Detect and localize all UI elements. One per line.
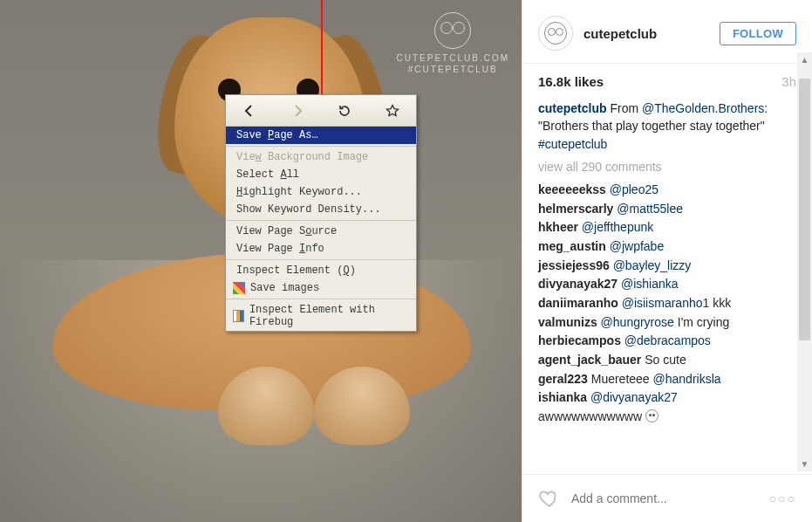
emoji-flushed-icon (645, 409, 658, 422)
firebug-icon (233, 310, 244, 322)
context-menu-toolbar (226, 95, 416, 127)
context-menu: Save Page As…View Background ImageSelect… (225, 94, 417, 332)
watermark-line1: CUTEPETCLUB.COM (397, 52, 509, 64)
comment: daniimaranho @isiismaranho1 kkk (538, 294, 796, 313)
comment-mention[interactable]: @jeffthepunk (582, 220, 653, 234)
menu-item-show-keyword-density-[interactable]: Show Keyword Density... (226, 201, 416, 218)
comment: geral223 Muereteee @handriksla (538, 370, 796, 389)
save-images-icon (233, 282, 245, 294)
menu-item-view-page-source[interactable]: View Page Source (226, 223, 416, 240)
menu-item-view-page-info[interactable]: View Page Info (226, 240, 416, 258)
post-caption: cutepetclub From @TheGolden.Brothers: "B… (522, 100, 812, 158)
menu-item-save-images[interactable]: Save images (226, 279, 416, 297)
star-icon[interactable] (383, 101, 402, 120)
watermark-logo-icon (434, 12, 471, 49)
comment-username[interactable]: jessiejess96 (538, 258, 610, 272)
post-sidebar: cutepetclub FOLLOW 16.8k likes 3h cutepe… (522, 0, 812, 522)
comment-username[interactable]: hkheer (538, 220, 578, 234)
post-footer: ○○○ (522, 474, 812, 522)
menu-item-label: Inspect Element with Firebug (249, 304, 409, 328)
sidebar-scrollbar[interactable]: ▲ ▼ (797, 52, 812, 471)
post-username[interactable]: cutepetclub (583, 26, 657, 41)
comment: agent_jack_bauer So cute (538, 351, 796, 370)
menu-item-select-all[interactable]: Select All (226, 166, 416, 183)
comment-username[interactable]: valmunizs (538, 315, 597, 329)
comment-mention[interactable]: @handriksla (653, 372, 721, 386)
comments-list: keeeeeekss @pleo25helmerscarly @matt55le… (522, 181, 812, 474)
comment: herbiecampos @debracampos (538, 332, 796, 351)
follow-button[interactable]: FOLLOW (720, 22, 796, 45)
comment: helmerscarly @matt55lee (538, 200, 796, 219)
menu-item-inspect-element-q-[interactable]: Inspect Element (Q) (226, 262, 416, 279)
avatar[interactable] (538, 16, 573, 51)
comment-username[interactable]: geral223 (538, 372, 588, 386)
scroll-thumb[interactable] (799, 79, 810, 340)
comment-mention[interactable]: @isiismaranho1 (622, 296, 710, 310)
scroll-down-icon[interactable]: ▼ (797, 457, 812, 471)
scroll-up-icon[interactable]: ▲ (797, 52, 812, 67)
comment-mention[interactable]: @pleo25 (610, 182, 658, 196)
forward-icon[interactable] (288, 101, 307, 120)
comment-username[interactable]: meg_austin (538, 239, 606, 253)
comment: hkheer @jeffthepunk (538, 218, 796, 237)
like-heart-icon[interactable] (538, 487, 561, 510)
comment-mention[interactable]: @bayley_lizzy (613, 258, 692, 272)
comment-mention[interactable]: @jwpfabe (610, 239, 664, 253)
post-age: 3h (781, 74, 796, 89)
comment-username[interactable]: agent_jack_bauer (538, 353, 641, 367)
post-meta: 16.8k likes 3h (522, 64, 812, 100)
comment-mention[interactable]: @hungryrose (601, 315, 674, 329)
caption-username[interactable]: cutepetclub (538, 101, 607, 115)
menu-item-highlight-keyword-[interactable]: Highlight Keyword... (226, 183, 416, 201)
app-container: CUTEPETCLUB.COM #CUTEPETCLUB Save Pa (0, 0, 812, 522)
photo-watermark: CUTEPETCLUB.COM #CUTEPETCLUB (397, 12, 509, 75)
comment: awwwwwwwwwww (538, 408, 796, 427)
post-header: cutepetclub FOLLOW (522, 0, 812, 63)
add-comment-input[interactable] (571, 491, 759, 505)
caption-mention[interactable]: @TheGolden.Brothers (642, 101, 764, 115)
menu-item-inspect-element-with-firebug[interactable]: Inspect Element with Firebug (226, 301, 416, 331)
back-icon[interactable] (240, 101, 259, 120)
likes-count[interactable]: 16.8k likes (538, 74, 604, 89)
reload-icon[interactable] (335, 101, 354, 120)
comment: ishianka @divyanayak27 (538, 388, 796, 408)
comment-username[interactable]: divyanayak27 (538, 277, 618, 291)
comment: keeeeeekss @pleo25 (538, 181, 796, 200)
menu-item-label: Save images (250, 282, 319, 294)
more-options-icon[interactable]: ○○○ (769, 491, 796, 505)
menu-item-save-page-as-[interactable]: Save Page As… (226, 127, 416, 144)
comment-username[interactable]: keeeeeekss (538, 182, 606, 196)
view-all-comments[interactable]: view all 290 comments (522, 158, 812, 181)
comment-username[interactable]: helmerscarly (538, 202, 613, 216)
watermark-line2: #CUTEPETCLUB (397, 64, 509, 75)
menu-item-view-background-image: View Background Image (226, 148, 416, 166)
caption-hashtag[interactable]: #cutepetclub (538, 137, 607, 151)
comment: divyanayak27 @ishianka (538, 275, 796, 294)
comment-username[interactable]: ishianka (538, 390, 587, 404)
comment-mention[interactable]: @ishianka (621, 277, 679, 291)
comment-mention[interactable]: @matt55lee (617, 202, 683, 216)
comment-mention[interactable]: @debracampos (624, 333, 711, 347)
comment-username[interactable]: daniimaranho (538, 296, 618, 310)
comment: meg_austin @jwpfabe (538, 237, 796, 257)
comment-mention[interactable]: @divyanayak27 (590, 390, 678, 404)
comment-username[interactable]: herbiecampos (538, 333, 621, 347)
post-photo[interactable]: CUTEPETCLUB.COM #CUTEPETCLUB Save Pa (0, 0, 522, 522)
comment: jessiejess96 @bayley_lizzy (538, 257, 796, 276)
comment: valmunizs @hungryrose I'm crying (538, 313, 796, 333)
